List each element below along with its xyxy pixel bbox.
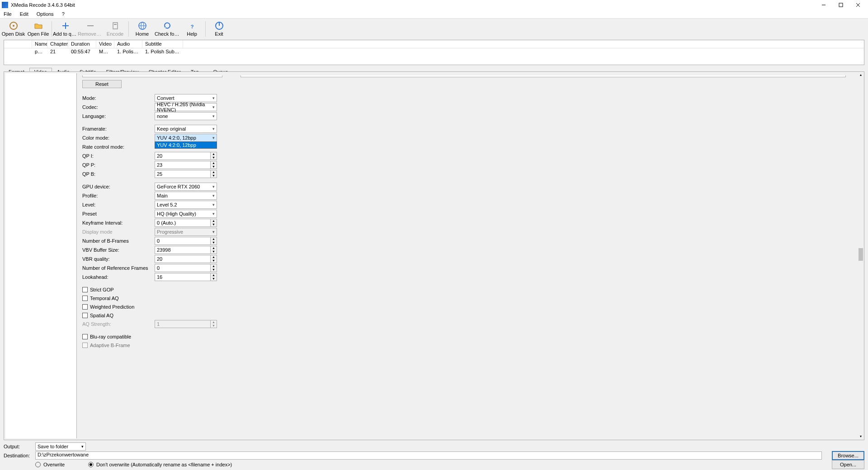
close-button[interactable] <box>850 0 866 9</box>
open-file-button[interactable]: Open File <box>26 19 51 39</box>
weighted-prediction-checkbox[interactable] <box>82 304 88 310</box>
preset-label: Preset <box>82 211 155 216</box>
gpu-select[interactable]: GeForce RTX 2060▾ <box>155 183 217 191</box>
col-name[interactable]: Name <box>32 40 47 48</box>
vbrq-label: VBR quality: <box>82 256 155 262</box>
encode-button: Encode <box>103 19 127 39</box>
top-combo-left[interactable] <box>82 75 222 77</box>
gpu-label: GPU device: <box>82 184 155 189</box>
refresh-icon <box>163 21 172 30</box>
vbrq-input[interactable]: 20▲▼ <box>155 255 217 263</box>
exit-button[interactable]: Exit <box>207 19 231 39</box>
svg-text:?: ? <box>190 24 193 29</box>
lookahead-label: Lookahead: <box>82 274 155 280</box>
vbvbuf-input[interactable]: 23998▲▼ <box>155 246 217 254</box>
bframes-label: Number of B-Frames <box>82 238 155 244</box>
temporal-aq-checkbox[interactable] <box>82 296 88 301</box>
bframes-input[interactable]: 0▲▼ <box>155 237 217 245</box>
overwrite-radio[interactable] <box>35 462 41 467</box>
open-disk-button[interactable]: Open Disk <box>1 19 26 39</box>
disc-icon <box>9 21 18 30</box>
help-button[interactable]: ? Help <box>179 19 204 39</box>
window-title: XMedia Recode 3.4.6.3 64bit <box>11 2 75 8</box>
adaptive-bframe-checkbox[interactable] <box>82 343 88 348</box>
keyframe-input[interactable]: 0 (Auto.)▲▼ <box>155 219 217 227</box>
plus-icon <box>61 21 70 30</box>
qpp-input[interactable]: 23▲▼ <box>155 161 217 169</box>
scrollbar[interactable]: ▴ ▾ <box>858 72 864 440</box>
minus-icon <box>86 21 95 30</box>
display-label: Display mode <box>82 229 155 235</box>
add-to-queue-button[interactable]: Add to qu... <box>53 19 78 39</box>
menu-options[interactable]: Options <box>35 11 56 17</box>
reset-button[interactable]: Reset <box>82 80 122 88</box>
mode-select[interactable]: Convert▾ <box>155 94 217 102</box>
svg-point-5 <box>13 25 14 27</box>
home-button[interactable]: Home <box>130 19 155 39</box>
colormode-dropdown[interactable]: YUV 4:2:0, 12bpp <box>155 141 217 149</box>
strict-gop-checkbox[interactable] <box>82 287 88 292</box>
browse-button[interactable]: Browse... <box>832 451 864 460</box>
titlebar: XMedia Recode 3.4.6.3 64bit <box>0 0 868 10</box>
check-updates-button[interactable]: Check for ... <box>155 19 179 39</box>
toolbar: Open Disk Open File Add to qu... Remove … <box>0 18 868 39</box>
side-panel <box>5 73 77 438</box>
output-panel: Output: Save to folder▾ Destination: D:\… <box>0 440 868 470</box>
vbvbuf-label: VBV Buffer Size: <box>82 247 155 253</box>
qpi-input[interactable]: 20▲▼ <box>155 152 217 160</box>
col-video[interactable]: Video <box>96 40 114 48</box>
file-grid: Name Chapters Duration Video Audio Subti… <box>4 40 864 65</box>
lookahead-input[interactable]: 16▲▼ <box>155 273 217 281</box>
menu-help[interactable]: ? <box>60 11 66 17</box>
level-label: Level: <box>82 202 155 207</box>
colormode-select[interactable]: YUV 4:2:0, 12bpp▾ <box>155 134 217 142</box>
app-icon <box>2 2 8 8</box>
qpp-label: QP P: <box>82 162 155 168</box>
destination-input[interactable]: D:\zPrzekonwertowane <box>35 451 822 460</box>
level-select[interactable]: Level 5.2▾ <box>155 201 217 209</box>
scroll-down-icon[interactable]: ▾ <box>859 434 863 439</box>
col-subtitle[interactable]: Subtitle <box>142 40 183 48</box>
codec-label: Codec: <box>82 104 155 110</box>
tab-content: Reset Mode: Convert▾ Codec: HEVC / H.265… <box>4 71 864 440</box>
qpi-label: QP I: <box>82 153 155 159</box>
output-select[interactable]: Save to folder▾ <box>35 442 86 451</box>
maximize-button[interactable] <box>833 0 849 9</box>
aq-strength-input: 1▲▼ <box>155 320 217 328</box>
language-label: Language: <box>82 113 155 119</box>
profile-select[interactable]: Main▾ <box>155 192 217 200</box>
refframes-input[interactable]: 0▲▼ <box>155 264 217 272</box>
menu-edit[interactable]: Edit <box>18 11 30 17</box>
bluray-checkbox[interactable] <box>82 334 88 339</box>
col-audio[interactable]: Audio <box>114 40 142 48</box>
dont-overwrite-radio[interactable] <box>88 462 94 467</box>
svg-rect-7 <box>113 23 118 29</box>
col-chapters[interactable]: Chapters <box>47 40 68 48</box>
top-combo-right[interactable] <box>241 75 846 77</box>
keyframe-label: Keyframe Interval: <box>82 220 155 226</box>
remove-job-button: Remove Job <box>78 19 103 39</box>
refframes-label: Number of Reference Frames <box>82 265 155 271</box>
table-row[interactable]: psi... 21 00:55:47 MPE... 1. Polish A...… <box>4 48 864 56</box>
framerate-select[interactable]: Keep original▾ <box>155 125 217 133</box>
framerate-label: Framerate: <box>82 126 155 132</box>
menu-file[interactable]: File <box>2 11 14 17</box>
aq-strength-label: AQ Strength: <box>82 321 155 327</box>
language-select[interactable]: none▾ <box>155 112 217 120</box>
minimize-button[interactable] <box>816 0 832 9</box>
display-select: Progressive▾ <box>155 228 217 236</box>
preset-select[interactable]: HQ (High Quality)▾ <box>155 210 217 218</box>
col-duration[interactable]: Duration <box>68 40 96 48</box>
folder-open-icon <box>34 21 43 30</box>
menubar: File Edit Options ? <box>0 10 868 18</box>
spatial-aq-checkbox[interactable] <box>82 313 88 318</box>
scroll-thumb[interactable] <box>859 248 863 261</box>
codec-select[interactable]: HEVC / H.265 (Nvidia NVENC)▾ <box>155 103 217 111</box>
open-button[interactable]: Open... <box>832 460 864 469</box>
colormode-option[interactable]: YUV 4:2:0, 12bpp <box>155 142 217 148</box>
ratecontrol-label: Rate control mode: <box>82 144 155 150</box>
exit-icon <box>215 21 224 30</box>
encode-icon <box>111 21 120 30</box>
scroll-up-icon[interactable]: ▴ <box>859 73 863 77</box>
qpb-input[interactable]: 25▲▼ <box>155 170 217 178</box>
